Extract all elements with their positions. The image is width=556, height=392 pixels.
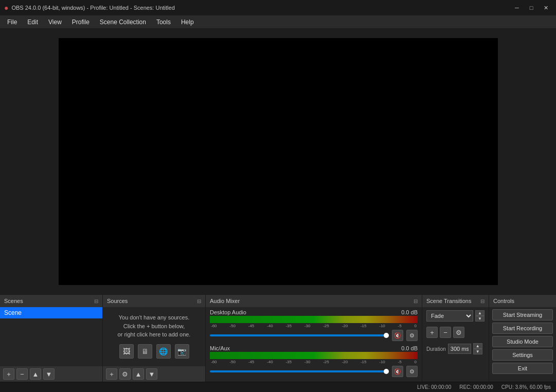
transitions-content: Fade Cut Swipe Slide Stinger Luma Wipe ▲…	[422, 307, 489, 382]
menu-bar: File Edit View Profile Scene Collection …	[0, 15, 556, 29]
title-bar: ● OBS 24.0.0 (64-bit, windows) - Profile…	[0, 0, 556, 15]
mic-aux-name: Mic/Aux	[210, 345, 230, 351]
audio-mixer-panel: Audio Mixer ⊟ Desktop Audio 0.0 dB -60-5…	[206, 295, 422, 382]
source-display-icon[interactable]: 🖥	[138, 344, 152, 359]
mic-aux-track: Mic/Aux 0.0 dB -60-50-45-40-35-30-25-20-…	[210, 345, 418, 377]
mic-aux-header: Mic/Aux 0.0 dB	[210, 345, 418, 351]
mic-config-button[interactable]: ⚙	[406, 366, 418, 377]
sources-panel-title: Sources	[107, 298, 128, 304]
controls-panel: Controls Start Streaming Start Recording…	[489, 295, 556, 382]
exit-button[interactable]: Exit	[492, 363, 553, 374]
transition-remove-button[interactable]: −	[440, 327, 451, 338]
controls-panel-header: Controls	[489, 295, 556, 307]
transitions-resize-icon: ⊟	[480, 298, 485, 304]
transition-select[interactable]: Fade Cut Swipe Slide Stinger Luma Wipe	[426, 310, 473, 322]
sources-icons: 🖼 🖥 🌐 📷	[119, 344, 189, 359]
mic-meter-gradient	[210, 352, 418, 359]
controls-content: Start Streaming Start Recording Studio M…	[489, 307, 556, 382]
close-button[interactable]: ✕	[540, 3, 552, 13]
sources-up-button[interactable]: ▲	[133, 368, 144, 380]
scenes-panel-title: Scenes	[4, 298, 23, 304]
mic-volume-slider[interactable]	[210, 370, 389, 372]
desktop-audio-header: Desktop Audio 0.0 dB	[210, 309, 418, 315]
desktop-audio-db: 0.0 dB	[401, 309, 418, 315]
transition-select-row: Fade Cut Swipe Slide Stinger Luma Wipe ▲…	[426, 310, 485, 322]
desktop-meter-gradient	[210, 316, 418, 323]
preview-canvas	[59, 38, 498, 285]
desktop-audio-ticks: -60-50-45-40-35-30-25-20-15-10-50	[210, 324, 418, 328]
mic-aux-controls: 🔇 ⚙	[210, 366, 418, 377]
desktop-audio-track: Desktop Audio 0.0 dB -60-50-45-40-35-30-…	[210, 309, 418, 341]
scene-item[interactable]: Scene	[0, 307, 102, 318]
desktop-audio-controls: 🔇 ⚙	[210, 330, 418, 341]
transitions-panel: Scene Transitions ⊟ Fade Cut Swipe Slide…	[422, 295, 489, 382]
mic-aux-ticks: -60-50-45-40-35-30-25-20-15-10-50	[210, 360, 418, 364]
title-text: OBS 24.0.0 (64-bit, windows) - Profile: …	[11, 5, 174, 11]
main-area	[0, 29, 556, 294]
scenes-resize-icon: ⊟	[94, 298, 98, 304]
duration-row: Duration ▲ ▼	[426, 343, 485, 354]
app-icon: ●	[4, 4, 8, 12]
rec-status: REC: 00:00:00	[459, 384, 493, 390]
transition-spin-up[interactable]: ▲	[475, 310, 485, 316]
transition-add-button[interactable]: +	[426, 327, 438, 338]
scenes-down-button[interactable]: ▼	[43, 368, 55, 380]
desktop-mute-button[interactable]: 🔇	[392, 330, 403, 341]
sources-panel-header: Sources ⊟	[103, 295, 205, 307]
desktop-audio-meter	[210, 316, 418, 323]
minimize-button[interactable]: ─	[511, 3, 523, 13]
scenes-up-button[interactable]: ▲	[30, 368, 41, 380]
menu-view[interactable]: View	[43, 17, 67, 27]
menu-edit[interactable]: Edit	[22, 17, 43, 27]
transitions-panel-header: Scene Transitions ⊟	[422, 295, 489, 307]
scenes-add-button[interactable]: +	[3, 368, 14, 380]
menu-file[interactable]: File	[2, 17, 22, 27]
scenes-content: Scene	[0, 307, 102, 366]
panels-row: Scenes ⊟ Scene + − ▲ ▼ Sources ⊟ You don…	[0, 294, 556, 382]
transition-spin-group: ▲ ▼	[475, 310, 485, 322]
transition-spin-down[interactable]: ▼	[475, 316, 485, 322]
start-recording-button[interactable]: Start Recording	[492, 323, 553, 334]
settings-button[interactable]: Settings	[492, 349, 553, 361]
source-image-icon[interactable]: 🖼	[119, 344, 134, 359]
audio-panel-header: Audio Mixer ⊟	[206, 295, 422, 307]
source-browser-icon[interactable]: 🌐	[156, 344, 171, 359]
restore-button[interactable]: □	[525, 3, 537, 13]
sources-down-button[interactable]: ▼	[146, 368, 157, 380]
duration-input[interactable]	[448, 344, 471, 354]
title-bar-left: ● OBS 24.0.0 (64-bit, windows) - Profile…	[4, 4, 175, 12]
controls-panel-title: Controls	[493, 298, 514, 304]
sources-content[interactable]: You don't have any sources.Click the + b…	[103, 307, 205, 366]
scenes-panel: Scenes ⊟ Scene + − ▲ ▼	[0, 295, 103, 382]
status-bar: LIVE: 00:00:00 REC: 00:00:00 CPU: 3.8%, …	[0, 382, 556, 392]
bottom-panel: Scenes ⊟ Scene + − ▲ ▼ Sources ⊟ You don…	[0, 294, 556, 382]
studio-mode-button[interactable]: Studio Mode	[492, 336, 553, 347]
sources-hint: You don't have any sources.Click the + b…	[118, 313, 191, 339]
sources-add-button[interactable]: +	[106, 368, 117, 380]
live-status: LIVE: 00:00:00	[417, 384, 451, 390]
menu-help[interactable]: Help	[176, 17, 199, 27]
mic-mute-button[interactable]: 🔇	[392, 366, 403, 377]
desktop-config-button[interactable]: ⚙	[406, 330, 418, 341]
window-controls: ─ □ ✕	[511, 3, 552, 13]
audio-content: Desktop Audio 0.0 dB -60-50-45-40-35-30-…	[206, 307, 422, 382]
audio-panel-title: Audio Mixer	[210, 298, 240, 304]
duration-spin-group: ▲ ▼	[473, 343, 482, 354]
sources-panel: Sources ⊟ You don't have any sources.Cli…	[103, 295, 206, 382]
desktop-volume-slider[interactable]	[210, 334, 389, 336]
menu-tools[interactable]: Tools	[151, 17, 176, 27]
transitions-panel-title: Scene Transitions	[426, 298, 471, 304]
duration-spin-down[interactable]: ▼	[473, 349, 482, 354]
transition-config-button[interactable]: ⚙	[453, 327, 464, 338]
scenes-panel-header: Scenes ⊟	[0, 295, 102, 307]
audio-resize-icon: ⊟	[414, 298, 418, 304]
menu-scene-collection[interactable]: Scene Collection	[95, 17, 151, 27]
duration-spin-up[interactable]: ▲	[473, 343, 482, 349]
scenes-remove-button[interactable]: −	[16, 368, 28, 380]
menu-profile[interactable]: Profile	[67, 17, 95, 27]
desktop-audio-name: Desktop Audio	[210, 309, 246, 315]
sources-resize-icon: ⊟	[197, 298, 201, 304]
source-camera-icon[interactable]: 📷	[175, 344, 189, 359]
sources-config-button[interactable]: ⚙	[119, 368, 131, 380]
start-streaming-button[interactable]: Start Streaming	[492, 309, 553, 320]
